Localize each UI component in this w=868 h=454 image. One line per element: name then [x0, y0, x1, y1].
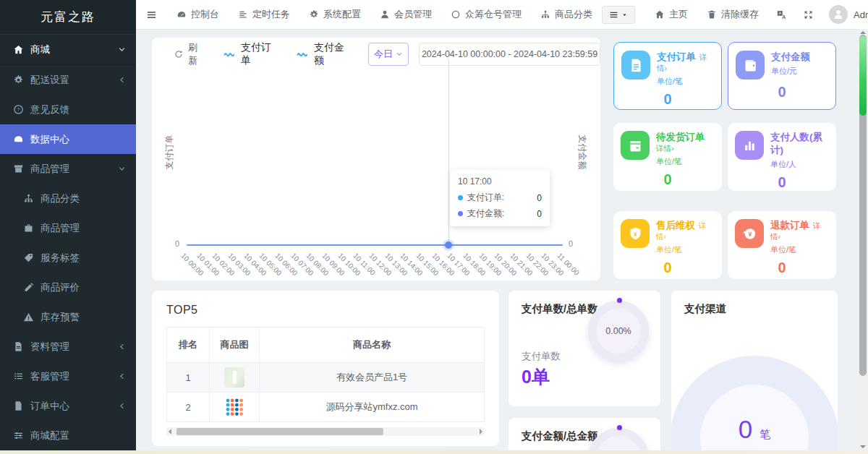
stat-detail-link[interactable]: 详情› [656, 144, 674, 153]
range-label: 今日 [374, 48, 393, 61]
sidebar-item-12[interactable]: 订单中心 [0, 391, 136, 421]
y-axis-left-label: 支付订单 [163, 132, 176, 173]
sliders-icon [13, 430, 24, 441]
table-row[interactable]: 1有效会员产品1号 [167, 363, 485, 393]
scroll-up-arrow-icon[interactable] [860, 31, 866, 34]
scroll-down-arrow-icon[interactable] [860, 445, 866, 448]
sidebar: 元富之路 商城配送设置?意见反馈数据中心商品管理商品分类商品管理服务标签商品评价… [0, 0, 136, 454]
sidebar-item-label: 配送设置 [30, 74, 111, 87]
navbar-right: 主页 清除缓存 A Admin [602, 0, 868, 29]
tooltip-value: 0 [537, 193, 542, 203]
cell-rank: 1 [167, 363, 210, 393]
nav-item-label: 控制台 [191, 8, 219, 21]
range-select[interactable]: 今日 [368, 43, 409, 66]
invoice-icon [629, 58, 644, 73]
chevron-down-icon [396, 51, 403, 58]
header-name: 商品名称 [260, 327, 485, 363]
navbar-left-items: 控制台定时任务系统配置会员管理众筹仓号管理商品分类 [167, 0, 602, 29]
sidebar-item-4[interactable]: 商品管理 [0, 154, 136, 184]
stat-title: 支付金额 [771, 51, 810, 62]
sidebar-item-13[interactable]: 商城配置 [0, 421, 136, 450]
sidebar-item-6[interactable]: 商品管理 [0, 213, 136, 243]
sidebar-item-label: 商品分类 [41, 192, 126, 205]
stat-text: 支付人数(累计)单位/人 [770, 131, 829, 170]
nav-item-label: 定时任务 [252, 8, 290, 21]
sidebar-item-2[interactable]: ?意见反馈 [0, 95, 136, 124]
scroll-right-arrow-icon[interactable] [480, 429, 482, 434]
sidebar-item-label: 商品管理 [30, 163, 111, 176]
sidebar-item-3[interactable]: 数据中心 [0, 124, 136, 154]
nav-item-2[interactable]: 系统配置 [299, 0, 370, 29]
scrollbar-thumb[interactable] [176, 428, 383, 435]
refresh-button[interactable]: 刷新 [174, 41, 205, 67]
nav-menu-button[interactable] [602, 6, 635, 24]
cell-name: 有效会员产品1号 [260, 363, 485, 393]
tasks-icon [238, 9, 248, 20]
chevron-left-icon [118, 343, 126, 351]
clear-cache-button[interactable]: 清除缓存 [697, 0, 768, 29]
refresh-icon [174, 49, 184, 59]
nav-item-4[interactable]: 众筹仓号管理 [441, 0, 531, 29]
sidebar-item-9[interactable]: 库存预警 [0, 302, 136, 332]
stat-card-top: 支付订单详情›单位/笔 [621, 51, 714, 87]
tooltip-value: 0 [537, 209, 542, 219]
series-dot [458, 211, 463, 216]
briefcase-icon [23, 223, 34, 234]
chart-series-line[interactable] [187, 244, 563, 246]
vertical-scrollbar[interactable] [858, 29, 868, 454]
nav-item-1[interactable]: 定时任务 [229, 0, 299, 29]
sidebar-item-label: 客服管理 [30, 370, 111, 383]
sidebar-item-8[interactable]: 商品评价 [0, 273, 136, 302]
stat-text: 售后维权详情›单位/笔 [656, 219, 715, 255]
tab-pay-orders[interactable]: 支付订单 [224, 41, 278, 67]
chart-toolbar: 刷新 支付订单 支付金额 今日 2024-04-10 00:00:00 - 20… [152, 38, 600, 71]
nav-item-3[interactable]: 会员管理 [370, 0, 441, 29]
translate-button[interactable]: A [768, 9, 795, 20]
nav-item-5[interactable]: 商品分类 [531, 0, 602, 29]
y-tick-left: 0 [175, 239, 179, 248]
fullscreen-button[interactable] [795, 9, 822, 20]
nav-item-0[interactable]: 控制台 [167, 0, 229, 29]
home-button[interactable]: 主页 [645, 0, 697, 29]
stat-unit: 单位/人 [770, 159, 829, 170]
sidebar-item-label: 资料管理 [30, 340, 111, 354]
refresh-label: 刷新 [188, 41, 205, 67]
table-horizontal-scrollbar[interactable] [166, 427, 485, 436]
chevron-down-icon [118, 165, 126, 173]
trash-icon [707, 9, 717, 20]
sidebar-item-11[interactable]: 客服管理 [0, 361, 136, 391]
stat-unit: 单位/笔 [656, 244, 715, 255]
stat-icon-tile [736, 51, 765, 80]
series-dot [458, 195, 463, 200]
user-name[interactable]: Admin [854, 9, 868, 20]
sidebar-toggle-button[interactable] [136, 9, 167, 20]
svg-text:A: A [779, 11, 782, 15]
archive-icon [13, 163, 24, 174]
stat-icon-tile [621, 51, 650, 80]
cell-name: 源码分享站ymfxz.com [260, 393, 485, 422]
top5-card: TOP5 排名 商品图 商品名称 1有效会员产品1号2源码分享站ymfxz.co… [152, 291, 499, 446]
list-icon [13, 371, 24, 382]
table-row[interactable]: 2源码分享站ymfxz.com [167, 393, 485, 422]
gears-icon [13, 74, 24, 85]
fullscreen-icon [803, 9, 814, 20]
app-title: 元富之路 [0, 0, 136, 34]
sidebar-item-0[interactable]: 商城 [0, 34, 136, 65]
top5-title: TOP5 [166, 304, 485, 317]
avatar[interactable] [829, 5, 848, 24]
tab-pay-amount[interactable]: 支付金额 [297, 41, 351, 67]
sidebar-item-1[interactable]: 配送设置 [0, 65, 136, 95]
sidebar-item-10[interactable]: 资料管理 [0, 332, 136, 361]
stat-card-top: 待发货订单详情›单位/笔 [621, 131, 715, 167]
date-range-input[interactable]: 2024-04-10 00:00:00 - 2024-04-10 23:59:5… [419, 43, 600, 66]
sidebar-item-5[interactable]: 商品分类 [0, 184, 136, 213]
scroll-left-arrow-icon[interactable] [169, 429, 171, 434]
payments-chart-card: 刷新 支付订单 支付金额 今日 2024-04-10 00:00:00 - 20… [152, 38, 600, 280]
sidebar-item-label: 数据中心 [30, 133, 126, 146]
sidebar-item-7[interactable]: 服务标签 [0, 243, 136, 273]
stat-unit: 单位/笔 [770, 244, 829, 255]
pay-amount-ratio-card: 支付金额/总金额 0.00% [509, 418, 660, 454]
warning-icon [23, 312, 34, 322]
nav-item-label: 众筹仓号管理 [465, 8, 522, 21]
tooltip-label: 支付金额: [467, 207, 504, 220]
